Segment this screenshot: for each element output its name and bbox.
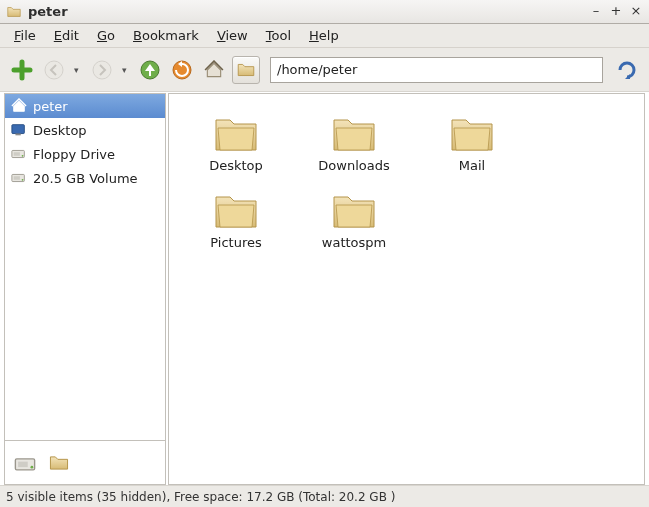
go-icon [616, 59, 638, 81]
reload-icon [171, 59, 193, 81]
file-label: Pictures [210, 235, 261, 250]
folder-icon [212, 187, 260, 231]
home-button[interactable] [200, 56, 228, 84]
menu-bookmark[interactable]: Bookmark [125, 26, 207, 45]
menu-go[interactable]: Go [89, 26, 123, 45]
toolbar: ▾ ▾ /home/peter [0, 48, 649, 92]
status-bar: 5 visible items (35 hidden), Free space:… [0, 485, 649, 507]
desktop-icon [11, 122, 27, 138]
sidebar-item-label: Floppy Drive [33, 147, 115, 162]
file-item-mail[interactable]: Mail [413, 110, 531, 173]
back-button[interactable] [40, 56, 68, 84]
menu-tool[interactable]: Tool [258, 26, 299, 45]
folder-shortcut-icon[interactable] [47, 451, 71, 475]
sidebar-item-20-5-gb-volume[interactable]: 20.5 GB Volume [5, 166, 165, 190]
sidebar-item-floppy-drive[interactable]: Floppy Drive [5, 142, 165, 166]
sidebar-item-label: Desktop [33, 123, 87, 138]
file-item-pictures[interactable]: Pictures [177, 187, 295, 250]
reload-button[interactable] [168, 56, 196, 84]
file-label: Downloads [318, 158, 389, 173]
menu-help[interactable]: Help [301, 26, 347, 45]
new-tab-button[interactable] [8, 56, 36, 84]
places-list: peterDesktopFloppy Drive20.5 GB Volume [5, 94, 165, 440]
location-input[interactable]: /home/peter [270, 57, 603, 83]
menu-bar: File Edit Go Bookmark View Tool Help [0, 24, 649, 48]
folder-icon [235, 59, 257, 81]
file-label: wattospm [322, 235, 386, 250]
up-button[interactable] [136, 56, 164, 84]
close-button[interactable]: × [629, 5, 643, 19]
file-item-downloads[interactable]: Downloads [295, 110, 413, 173]
sidebar: peterDesktopFloppy Drive20.5 GB Volume [4, 93, 166, 485]
menu-view[interactable]: View [209, 26, 256, 45]
folder-icon [212, 110, 260, 154]
back-icon [43, 59, 65, 81]
up-icon [139, 59, 161, 81]
file-label: Mail [459, 158, 485, 173]
file-view[interactable]: DesktopDownloadsMailPictureswattospm [168, 93, 645, 485]
menu-edit[interactable]: Edit [46, 26, 87, 45]
drive-shortcut-icon[interactable] [13, 451, 37, 475]
location-text: /home/peter [277, 62, 357, 77]
sidebar-footer [5, 440, 165, 484]
folder-icon [448, 110, 496, 154]
forward-icon [91, 59, 113, 81]
file-item-wattospm[interactable]: wattospm [295, 187, 413, 250]
sidebar-item-peter[interactable]: peter [5, 94, 165, 118]
forward-button[interactable] [88, 56, 116, 84]
maximize-button[interactable]: + [609, 5, 623, 19]
home-icon [11, 98, 27, 114]
go-button[interactable] [613, 56, 641, 84]
folder-icon [330, 110, 378, 154]
sidebar-item-label: peter [33, 99, 68, 114]
content-area: peterDesktopFloppy Drive20.5 GB Volume D… [0, 92, 649, 485]
folder-view-button[interactable] [232, 56, 260, 84]
svg-point-6 [93, 61, 111, 79]
menu-file[interactable]: File [6, 26, 44, 45]
forward-dropdown[interactable]: ▾ [122, 65, 132, 75]
home-icon [203, 59, 225, 81]
plus-icon [11, 59, 33, 81]
svg-point-5 [45, 61, 63, 79]
minimize-button[interactable]: – [589, 5, 603, 19]
sidebar-item-desktop[interactable]: Desktop [5, 118, 165, 142]
back-dropdown[interactable]: ▾ [74, 65, 84, 75]
status-text: 5 visible items (35 hidden), Free space:… [6, 490, 395, 504]
window-title: peter [28, 4, 589, 19]
app-icon [6, 4, 22, 20]
title-bar: peter – + × [0, 0, 649, 24]
sidebar-item-label: 20.5 GB Volume [33, 171, 138, 186]
file-label: Desktop [209, 158, 263, 173]
drive-icon [11, 146, 27, 162]
folder-icon [330, 187, 378, 231]
drive-icon [11, 170, 27, 186]
file-item-desktop[interactable]: Desktop [177, 110, 295, 173]
